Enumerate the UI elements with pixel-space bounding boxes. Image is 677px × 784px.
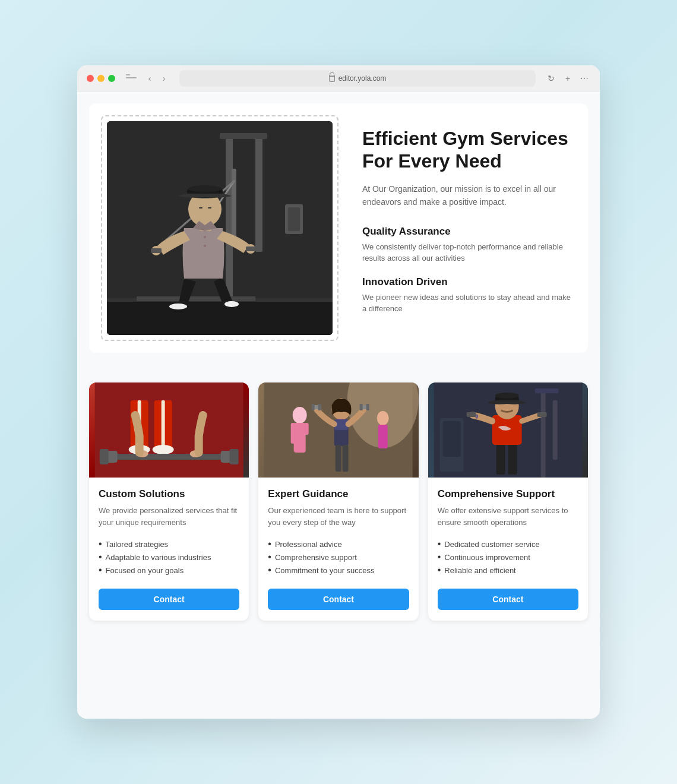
card-support-body: Comprehensive Support We offer extensive…	[428, 478, 588, 621]
card-support-image	[428, 382, 588, 478]
svg-point-22	[188, 185, 222, 192]
share-icon[interactable]: ↻	[545, 72, 557, 84]
card-expert-body: Expert Guidance Our experienced team is …	[258, 478, 418, 621]
list-item: Dedicated customer service	[438, 538, 578, 551]
svg-rect-69	[466, 412, 476, 417]
list-item: Reliable and efficient	[438, 564, 578, 577]
svg-rect-52	[318, 404, 321, 410]
card-support-contact-button[interactable]: Contact	[438, 589, 578, 610]
feature-innovation-desc: We pioneer new ideas and solutions to st…	[362, 292, 576, 315]
close-button[interactable]	[87, 75, 94, 82]
sidebar-toggle-icon[interactable]	[126, 74, 137, 83]
svg-point-13	[224, 301, 239, 307]
svg-rect-55	[366, 404, 369, 410]
url-text: editor.yola.com	[338, 74, 387, 83]
lock-icon	[329, 75, 335, 82]
feature-quality-title: Quality Assurance	[362, 226, 576, 238]
card-custom-desc: We provide personalized services that fi…	[99, 505, 239, 528]
svg-rect-59	[378, 425, 388, 448]
card-expert: Expert Guidance Our experienced team is …	[258, 382, 418, 621]
card-support-desc: We offer extensive support services to e…	[438, 505, 578, 528]
card-custom-contact-button[interactable]: Contact	[99, 589, 239, 610]
svg-rect-2	[255, 133, 262, 252]
feature-innovation-title: Innovation Driven	[362, 276, 576, 288]
toolbar-actions: ↻ + ⋯	[545, 72, 590, 84]
nav-arrows: ‹ ›	[144, 72, 170, 84]
card-custom-title: Custom Solutions	[99, 488, 239, 500]
svg-rect-56	[336, 445, 341, 472]
svg-rect-38	[230, 449, 239, 464]
svg-rect-8	[288, 207, 300, 231]
svg-point-58	[377, 411, 389, 425]
list-item: Comprehensive support	[268, 551, 409, 564]
svg-rect-66	[496, 442, 505, 475]
svg-rect-65	[442, 421, 460, 457]
list-item: Commitment to your success	[268, 564, 409, 577]
feature-innovation: Innovation Driven We pioneer new ideas a…	[362, 276, 576, 315]
svg-rect-37	[100, 449, 109, 464]
svg-rect-67	[508, 442, 517, 475]
card-custom: Custom Solutions We provide personalized…	[89, 382, 249, 621]
back-button[interactable]: ‹	[144, 72, 156, 84]
hero-image	[107, 121, 333, 335]
feature-quality-desc: We consistently deliver top-notch perfor…	[362, 241, 576, 264]
add-tab-icon[interactable]: +	[562, 72, 574, 84]
svg-point-12	[169, 304, 187, 309]
svg-rect-61	[540, 388, 545, 478]
svg-rect-24	[208, 207, 211, 208]
svg-rect-57	[343, 445, 349, 472]
card-support-title: Comprehensive Support	[438, 488, 578, 500]
svg-rect-46	[304, 423, 309, 435]
minimize-button[interactable]	[97, 75, 105, 82]
browser-toolbar: ‹ › editor.yola.com ↻ + ⋯	[77, 65, 600, 91]
list-item: Professional advice	[268, 538, 409, 551]
svg-point-73	[495, 393, 518, 399]
hero-section: Efficient Gym Services For Every Need At…	[89, 103, 588, 353]
forward-button[interactable]: ›	[158, 72, 170, 84]
svg-rect-31	[162, 400, 165, 448]
card-expert-list: Professional advice Comprehensive suppor…	[268, 538, 409, 577]
svg-rect-23	[199, 207, 203, 208]
svg-rect-54	[360, 404, 363, 410]
svg-rect-11	[137, 296, 255, 301]
svg-rect-9	[107, 299, 333, 335]
card-expert-image	[258, 382, 418, 478]
svg-rect-4	[232, 169, 236, 240]
hero-subtitle: At Our Organization, our mission is to e…	[362, 182, 576, 209]
svg-point-26	[204, 245, 206, 247]
cards-section: Custom Solutions We provide personalized…	[89, 382, 588, 621]
feature-quality: Quality Assurance We consistently delive…	[362, 226, 576, 264]
card-support-list: Dedicated customer service Continuous im…	[438, 538, 578, 577]
svg-rect-63	[534, 388, 558, 393]
card-custom-image	[89, 382, 249, 478]
card-custom-body: Custom Solutions We provide personalized…	[89, 478, 249, 621]
svg-rect-17	[246, 246, 257, 251]
more-icon[interactable]: ⋯	[578, 72, 590, 84]
browser-window: ‹ › editor.yola.com ↻ + ⋯	[77, 65, 600, 719]
list-item: Adaptable to various industries	[99, 551, 239, 564]
traffic-lights	[87, 75, 115, 82]
card-expert-title: Expert Guidance	[268, 488, 409, 500]
list-item: Focused on your goals	[99, 564, 239, 577]
maximize-button[interactable]	[108, 75, 115, 82]
card-expert-contact-button[interactable]: Contact	[268, 589, 409, 610]
svg-point-25	[204, 236, 206, 238]
image-container	[101, 115, 338, 341]
list-item: Tailored strategies	[99, 538, 239, 551]
card-custom-list: Tailored strategies Adaptable to various…	[99, 538, 239, 577]
hero-text: Efficient Gym Services For Every Need At…	[362, 115, 576, 339]
browser-content: Efficient Gym Services For Every Need At…	[77, 91, 600, 719]
svg-point-43	[293, 407, 307, 423]
card-expert-desc: Our experienced team is here to support …	[268, 505, 409, 528]
svg-point-33	[153, 445, 174, 454]
svg-rect-45	[291, 423, 296, 444]
svg-rect-51	[312, 404, 315, 410]
svg-rect-34	[107, 454, 232, 460]
svg-rect-3	[220, 133, 267, 139]
list-item: Continuous improvement	[438, 551, 578, 564]
hero-title: Efficient Gym Services For Every Need	[362, 127, 576, 173]
svg-rect-62	[552, 400, 557, 460]
svg-rect-70	[537, 412, 546, 417]
svg-rect-16	[151, 248, 162, 253]
address-bar[interactable]: editor.yola.com	[179, 70, 536, 87]
